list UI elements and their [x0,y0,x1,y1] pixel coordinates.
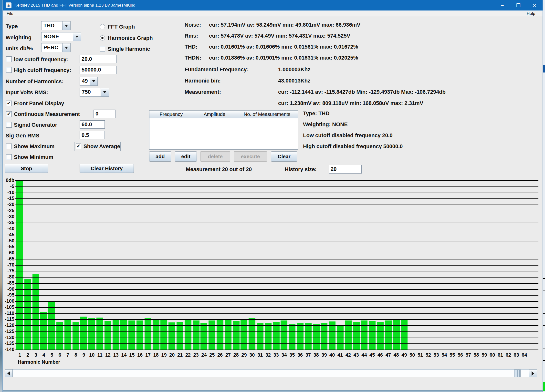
x-tick-label: 62 [506,352,511,358]
x-tick-label: 27 [225,352,231,358]
y-tick-label: -25 [7,208,14,213]
fft-graph-radio[interactable] [100,24,105,29]
gridline [15,295,538,296]
show-minimum-label: Show Minimum [14,154,53,160]
continuous-count-field[interactable] [94,110,115,118]
signal-generator-checkbox[interactable] [6,122,12,128]
harmonic-bar-33 [273,322,280,350]
low-cutoff-field[interactable] [80,55,117,63]
chevron-down-icon[interactable] [90,77,97,85]
clear-history-button[interactable]: Clear History [80,164,134,173]
high-cutoff-field[interactable] [80,66,117,74]
single-harmonic-checkbox[interactable] [100,46,105,52]
show-minimum-checkbox[interactable] [6,154,12,160]
show-maximum-checkbox[interactable] [6,144,12,149]
frequency-table-header: Frequency Amplitude No. of Measurements [149,110,298,118]
continuous-checkbox[interactable] [6,111,12,117]
x-tick-label: 10 [89,352,94,358]
input-volts-combobox[interactable]: 750 [80,88,109,97]
harmonics-graph-radio[interactable] [100,35,105,41]
y-tick-label: -120 [5,322,14,328]
weighting-label: Weighting [6,34,31,41]
type-combobox[interactable]: THD [41,21,71,30]
y-tick-label: -10 [7,190,14,195]
minimize-button[interactable]: – [494,0,510,10]
x-tick-label: 9 [83,352,85,358]
units-combobox[interactable]: PERC [41,43,71,52]
harmonic-bar-7 [64,320,71,350]
x-tick-label: 37 [305,352,311,358]
harmonic-bar-3 [32,274,39,350]
x-tick-label: 7 [66,352,69,358]
history-size-field[interactable] [329,165,362,174]
weighting-value: NONE [42,32,73,41]
harmonic-bar-27 [225,320,231,350]
x-tick-label: 48 [393,352,399,358]
scroll-right-button[interactable] [529,369,537,377]
low-cutoff-checkbox[interactable] [6,56,12,62]
stop-button[interactable]: Stop [5,164,48,173]
weighting-combobox[interactable]: NONE [41,32,81,41]
maximize-button[interactable]: ❐ [510,0,526,10]
edit-button[interactable]: edit [175,151,197,162]
close-button[interactable]: ✕ [526,0,543,10]
background-window-left [0,0,2,392]
show-average-checkbox[interactable] [76,144,81,149]
measurement-db-value: cur: -112.1441 av: -115.8427db Min: -129… [278,89,446,95]
gridline [15,331,538,332]
triangle-left-icon [7,371,10,376]
x-tick-label: 39 [321,352,327,358]
harmonic-bar-48 [393,319,400,350]
num-harmonics-combobox[interactable]: 49 [80,77,98,86]
signal-generator-field[interactable] [80,120,105,129]
chevron-down-icon[interactable] [62,43,70,52]
units-value: PERC [42,43,62,52]
background-tick [543,360,545,361]
scroll-left-button[interactable] [5,369,13,377]
x-tick-label: 53 [433,352,439,358]
harmonic-bar-32 [265,323,272,350]
frequency-table-body[interactable] [149,118,298,150]
x-tick-label: 25 [209,352,215,358]
chevron-down-icon[interactable] [73,32,81,41]
x-tick-label: 54 [441,352,447,358]
gridline [15,229,538,229]
rms-label: Rms: [185,33,198,39]
num-harmonics-value: 49 [80,77,90,85]
noise-label: Noise: [185,22,201,28]
chevron-down-icon[interactable] [101,88,109,96]
delete-button[interactable]: delete [200,151,230,162]
triangle-right-icon [532,371,534,376]
gridline [15,289,538,290]
scrollbar-thumb[interactable] [514,370,521,377]
gridline [15,235,538,235]
y-tick-label: -5 [10,184,14,189]
gridline [15,350,538,350]
x-tick-label: 2 [26,352,29,358]
harmonic-bar-17 [145,318,151,350]
plot-area [15,181,538,350]
front-panel-checkbox[interactable] [6,101,12,106]
sig-gen-rms-field[interactable] [80,131,105,139]
add-button[interactable]: add [149,151,171,162]
harmonic-bar-42 [345,320,352,350]
clear-button[interactable]: Clear [271,151,297,162]
menu-file[interactable]: File [7,11,13,16]
summary-low-cutoff: Low cutoff disabled frequency 20.0 [303,132,393,139]
chevron-down-icon[interactable] [62,21,70,30]
y-tick-label: -95 [7,292,14,298]
background-window-right [543,0,545,392]
column-header-measurements[interactable]: No. of Measurements [236,110,298,118]
column-header-frequency[interactable]: Frequency [149,110,193,118]
y-tick-label: -15 [7,196,14,201]
scrollbar-track[interactable] [13,369,529,377]
high-cutoff-checkbox[interactable] [6,67,12,73]
harmonic-bar-30 [249,318,255,350]
harmonic-bar-18 [153,320,159,350]
column-header-amplitude[interactable]: Amplitude [193,110,236,118]
frequency-table: Frequency Amplitude No. of Measurements [149,110,298,150]
thd-label: THD: [185,44,198,50]
menu-help[interactable]: Help [527,11,535,16]
execute-button[interactable]: execute [234,151,267,162]
gridline [15,301,538,302]
